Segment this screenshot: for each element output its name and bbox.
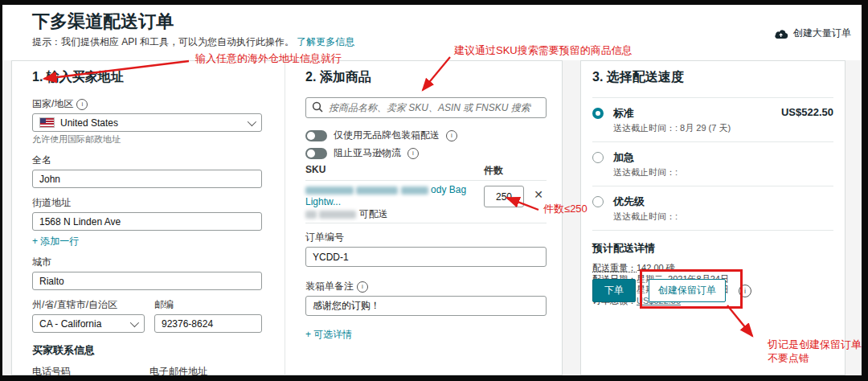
screen-edge — [0, 375, 868, 381]
street-input[interactable] — [32, 212, 262, 231]
state-label: 州/省/直辖市/自治区 — [32, 298, 145, 312]
state-select[interactable]: CA - California — [32, 314, 145, 333]
address-heading: 1. 输入买家地址 — [32, 69, 262, 86]
chevron-down-icon — [130, 318, 139, 327]
product-status: 可配送 — [359, 208, 388, 219]
page-subtitle: 提示：我们提供相应 API 和工具，可以为您自动执行此操作。 了解更多信息 — [32, 35, 354, 49]
product-title-link[interactable]: ody Bag Lightw... 可配送 — [305, 184, 474, 220]
blank-box-toggle-row: 仅使用无品牌包装箱配送 i — [305, 129, 547, 142]
redacted-text — [319, 211, 356, 219]
blank-box-toggle[interactable] — [305, 130, 327, 141]
country-value: United States — [60, 117, 118, 129]
fullname-label: 全名 — [32, 154, 262, 167]
info-icon[interactable]: i — [446, 130, 457, 141]
annotation-address-tip: 输入任意的海外仓地址信息就行 — [195, 51, 342, 65]
fullname-input[interactable] — [32, 170, 262, 188]
bulk-order-label: 创建大量订单 — [793, 27, 851, 40]
annotation-qty-tip: 件数≤250 — [543, 202, 588, 215]
place-order-button[interactable]: 下单 — [592, 279, 636, 302]
option-subtext: 送达截止时间：: 8月 29 (7 天) — [613, 122, 833, 134]
redacted-text — [401, 186, 428, 195]
option-subtext: 送达截止时间：: — [613, 211, 833, 223]
city-input[interactable] — [32, 272, 262, 290]
remove-item-icon[interactable]: ✕ — [534, 189, 543, 200]
shipping-option-expedited[interactable]: 加急 送达截止时间：: — [592, 142, 833, 186]
add-items-section: 2. 添加商品 仅使用无品牌包装箱配送 i 阻止亚马逊物流 i SKU 件数 — [305, 69, 547, 342]
chevron-down-icon — [248, 117, 256, 126]
column-divider — [285, 60, 285, 375]
redacted-text — [356, 186, 398, 195]
screen-edge — [0, 0, 868, 5]
country-help-text: 允许使用国际邮政地址 — [32, 133, 262, 145]
add-line-link[interactable]: + 添加一行 — [32, 235, 79, 248]
us-flag-icon — [39, 117, 55, 128]
item-table-header: SKU 件数 — [305, 164, 547, 177]
block-mfn-toggle-row: 阻止亚马逊物流 i — [305, 146, 547, 160]
country-select[interactable]: United States — [32, 113, 262, 132]
cloud-upload-icon — [773, 28, 788, 39]
shipping-heading: 3. 选择配送速度 — [592, 69, 833, 86]
redacted-text — [305, 211, 317, 219]
packing-note-label: 装箱单备注 i — [305, 280, 547, 293]
product-search-input[interactable] — [305, 97, 547, 118]
radio-icon[interactable] — [592, 152, 604, 163]
option-subtext: 送达截止时间：: — [613, 166, 833, 178]
radio-selected-icon[interactable] — [592, 108, 604, 119]
annotation-sku-tip: 建议通过SKU搜索需要预留的商品信息 — [454, 43, 633, 57]
subtitle-text: 提示：我们提供相应 API 和工具，可以为您自动执行此操作。 — [32, 36, 294, 47]
search-icon — [312, 101, 323, 113]
zip-label: 邮编 — [154, 298, 262, 312]
mcf-order-page: 下多渠道配送订单 提示：我们提供相应 API 和工具，可以为您自动执行此操作。 … — [0, 0, 868, 381]
sku-column-header: SKU — [305, 164, 326, 175]
qty-column-header: 件数 — [484, 164, 503, 178]
page-title: 下多渠道配送订单 — [32, 10, 174, 34]
optional-details-link[interactable]: + 可选详情 — [305, 329, 352, 340]
product-row: ody Bag Lightw... 可配送 250 ✕ — [305, 184, 547, 219]
street-label: 街道地址 — [32, 196, 262, 210]
city-label: 城市 — [32, 256, 262, 269]
option-price: US$522.50 — [781, 106, 833, 118]
screen-edge — [0, 0, 2, 381]
redacted-text — [305, 186, 354, 195]
country-label: 国家/地区 i — [32, 97, 262, 111]
packing-note-input[interactable] — [305, 296, 547, 316]
shipping-option-priority[interactable]: 优先级 送达截止时间：: — [592, 186, 833, 231]
info-icon[interactable]: i — [76, 99, 88, 110]
blank-box-label: 仅使用无品牌包装箱配送 — [334, 129, 440, 142]
annotation-hold-tip: 切记是创建保留订单， 不要点错 — [768, 338, 868, 365]
buyer-address-section: 1. 输入买家地址 国家/地区 i United States 允许使用国际邮政… — [32, 69, 262, 381]
items-heading: 2. 添加商品 — [305, 69, 547, 86]
block-mfn-toggle[interactable] — [305, 148, 327, 159]
shipping-option-standard[interactable]: 标准 US$522.50 送达截止时间：: 8月 29 (7 天) — [592, 98, 833, 142]
bulk-order-button[interactable]: 创建大量订单 — [773, 27, 851, 40]
zip-input[interactable] — [154, 314, 262, 333]
annotation-highlight-box — [640, 269, 743, 309]
contact-heading: 买家联系信息 — [32, 343, 262, 358]
order-id-label: 订单编号 — [305, 231, 547, 244]
info-icon[interactable]: i — [407, 148, 419, 159]
info-icon[interactable]: i — [357, 281, 368, 293]
quantity-input[interactable]: 250 — [484, 186, 524, 207]
estimate-heading: 预计配送详情 — [592, 241, 833, 256]
block-mfn-label: 阻止亚马逊物流 — [334, 146, 401, 160]
state-value: CA - California — [39, 318, 101, 330]
screen-edge — [862, 0, 868, 381]
order-id-input[interactable] — [305, 247, 547, 267]
learn-more-link[interactable]: 了解更多信息 — [297, 36, 354, 47]
radio-icon[interactable] — [592, 196, 604, 207]
